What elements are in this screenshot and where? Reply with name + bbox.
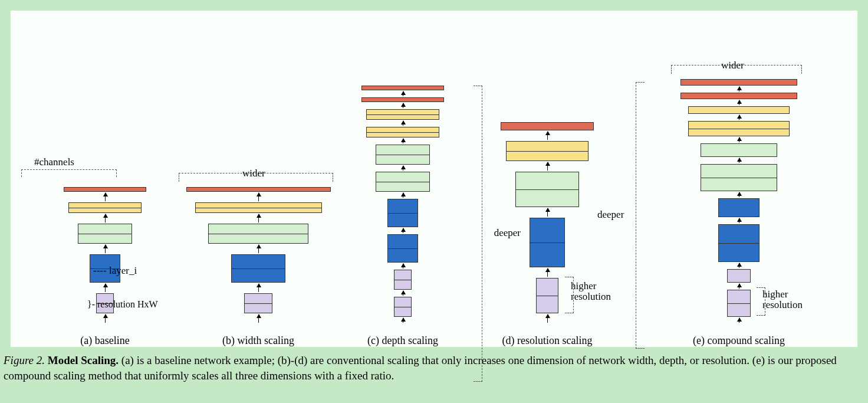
figure-caption: Figure 2. Model Scaling. (a) is a baseli… <box>0 352 868 395</box>
layer-input <box>727 269 751 283</box>
layer-input <box>727 290 751 317</box>
layer-input <box>536 278 558 313</box>
brace-deeper-e <box>636 82 645 349</box>
arrow <box>403 318 403 323</box>
arrow <box>739 192 739 197</box>
arrow <box>105 314 106 323</box>
layer-input <box>244 293 272 313</box>
layer-input <box>394 297 412 317</box>
layer-red <box>680 79 797 86</box>
arrow <box>105 245 106 253</box>
arrow <box>403 193 403 198</box>
layer-yellow <box>366 109 439 120</box>
label-layer-i: ---- layer_i <box>93 265 137 277</box>
caption-b: (b) width scaling <box>182 335 335 347</box>
stack-d: higher resolution <box>471 122 624 324</box>
panel-a: #channels ---- layer_i }- resolution HxW… <box>28 187 182 347</box>
panel-c: deeper (c) depth scaling <box>341 86 465 347</box>
arrow <box>403 291 403 296</box>
arrow <box>105 284 106 292</box>
stack-b: wider <box>182 187 335 324</box>
layer-red <box>361 97 444 102</box>
label-resolution: }- resolution HxW <box>87 299 158 310</box>
label-channels: #channels <box>34 156 74 168</box>
arrow <box>739 87 739 91</box>
arrow <box>547 162 548 171</box>
layer-yellow <box>366 127 439 137</box>
panel-e: wider deeper higher resolution (e) compo… <box>653 79 824 347</box>
layer-mint <box>208 224 308 244</box>
arrow <box>547 314 548 323</box>
arrow <box>739 318 739 323</box>
caption-a: (a) baseline <box>28 335 182 347</box>
arrow <box>403 103 403 108</box>
arrow <box>258 245 259 253</box>
stack-c: deeper <box>341 86 465 324</box>
layer-input <box>394 270 412 290</box>
layer-yellow <box>506 141 588 161</box>
label-higher-d: higher resolution <box>571 281 611 303</box>
arrow <box>739 115 739 120</box>
layer-mint <box>515 172 579 207</box>
layer-red <box>186 187 331 192</box>
arrow <box>105 214 106 222</box>
layer-blue <box>387 234 418 263</box>
layer-red <box>361 86 444 90</box>
label-wider-e: wider <box>721 60 744 71</box>
label-higher-e: higher resolution <box>762 289 803 311</box>
arrow <box>547 208 548 217</box>
layer-blue <box>231 254 285 283</box>
arrow <box>739 137 739 142</box>
layer-blue <box>530 218 565 267</box>
layer-red <box>680 93 797 99</box>
arrow <box>403 166 403 171</box>
arrow <box>739 284 739 289</box>
layer-yellow <box>688 106 790 114</box>
stack-e: wider deeper higher resolution <box>653 79 824 324</box>
brace-channels <box>21 169 117 177</box>
figure-number: Figure 2. <box>4 354 45 366</box>
figure-body: (a) is a baseline network example; (b)-(… <box>4 354 837 382</box>
arrow <box>258 193 259 201</box>
label-deeper-e: deeper <box>597 209 624 221</box>
layer-mint <box>376 145 430 165</box>
label-wider-b: wider <box>242 168 265 179</box>
layer-yellow <box>195 202 322 213</box>
layer-blue <box>718 224 760 262</box>
layer-mint <box>376 172 430 192</box>
panel-b: wider (b) width scaling <box>182 187 335 347</box>
caption-e: (e) compound scaling <box>653 335 824 347</box>
layer-blue <box>718 198 760 217</box>
arrow <box>403 264 403 268</box>
stack-a: #channels ---- layer_i }- resolution HxW <box>28 187 182 324</box>
arrow <box>105 193 106 201</box>
arrow <box>403 139 403 143</box>
arrow <box>258 314 259 323</box>
layer-mint <box>78 224 132 244</box>
figure-title: Model Scaling. <box>48 354 119 366</box>
arrow <box>403 228 403 233</box>
layer-mint <box>701 143 777 157</box>
arrow <box>258 284 259 292</box>
caption-c: (c) depth scaling <box>341 335 465 347</box>
arrow <box>739 158 739 163</box>
layer-yellow <box>688 121 790 136</box>
arrow <box>739 100 739 105</box>
arrow <box>739 218 739 223</box>
arrow <box>739 263 739 268</box>
panel-d: higher resolution (d) resolution scaling <box>471 122 624 347</box>
layer-yellow <box>68 202 142 213</box>
arrow <box>258 214 259 222</box>
layer-mint <box>701 164 777 191</box>
arrow <box>403 91 403 96</box>
layer-red <box>64 187 146 192</box>
layer-red <box>501 122 594 130</box>
caption-d: (d) resolution scaling <box>471 335 624 347</box>
layer-blue <box>387 199 418 227</box>
arrow <box>547 268 548 277</box>
arrow <box>547 132 548 140</box>
arrow <box>403 121 403 126</box>
figure-area: #channels ---- layer_i }- resolution HxW… <box>11 11 857 347</box>
